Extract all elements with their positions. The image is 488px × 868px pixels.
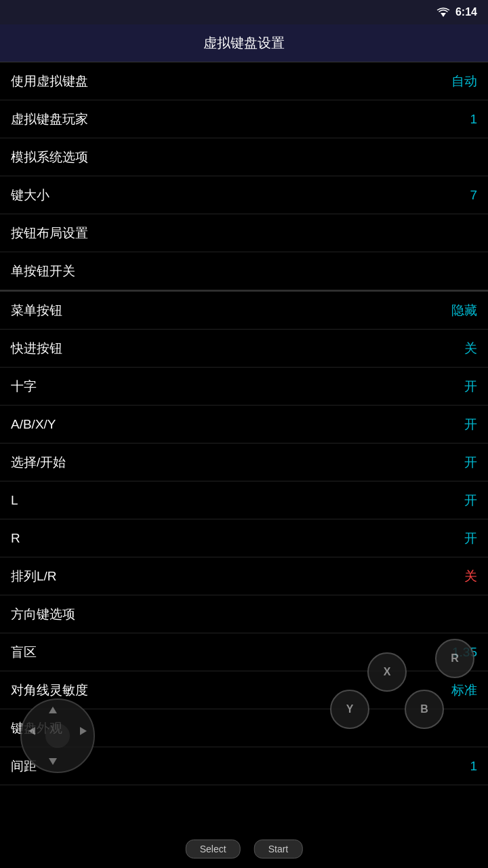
menu-item-single-button-toggle[interactable]: 单按钮开关: [0, 252, 488, 290]
menu-item-label: 使用虚拟键盘: [11, 73, 88, 90]
menu-list: 使用虚拟键盘 自动 虚拟键盘玩家 1 模拟系统选项 键大小 7 按钮布局设置 单…: [0, 62, 488, 785]
menu-item-label: 键大小: [11, 186, 49, 204]
menu-item-label: 选择/开始: [11, 454, 66, 471]
menu-item-button-layout[interactable]: 按钮布局设置: [0, 214, 488, 252]
menu-item-deadzone[interactable]: 盲区 1.35: [0, 633, 488, 671]
menu-item-label: 键盘外观: [11, 719, 62, 737]
status-bar: 6:14: [0, 0, 488, 24]
menu-item-value: 开: [464, 378, 477, 395]
menu-item-value: 自动: [451, 73, 477, 90]
menu-item-label: 虚拟键盘玩家: [11, 111, 88, 128]
menu-item-fast-forward[interactable]: 快进按钮 关: [0, 330, 488, 368]
menu-item-use-virtual-keyboard[interactable]: 使用虚拟键盘 自动: [0, 62, 488, 100]
menu-item-label: 盲区: [11, 644, 37, 661]
menu-item-value: 开: [464, 492, 477, 509]
menu-item-value: 1: [470, 112, 477, 127]
menu-item-abxy[interactable]: A/B/X/Y 开: [0, 406, 488, 443]
menu-item-value: 7: [470, 188, 477, 203]
menu-item-r-button[interactable]: R 开: [0, 519, 488, 557]
menu-item-label: L: [11, 493, 18, 508]
status-time: 6:14: [455, 6, 477, 18]
svg-marker-0: [441, 13, 446, 17]
menu-item-value: 1: [470, 759, 477, 774]
menu-item-value: 标准: [451, 682, 477, 699]
menu-item-value: 关: [464, 340, 477, 357]
menu-item-value: 开: [464, 454, 477, 471]
menu-item-key-size[interactable]: 键大小 7: [0, 176, 488, 214]
menu-item-label: 快进按钮: [11, 340, 62, 357]
menu-item-value: 隐藏: [451, 302, 477, 319]
menu-item-select-start[interactable]: 选择/开始 开: [0, 443, 488, 481]
start-button[interactable]: Start: [254, 840, 303, 859]
menu-item-keyboard-appearance[interactable]: 键盘外观: [0, 709, 488, 747]
menu-item-label: 单按钮开关: [11, 262, 75, 280]
menu-item-label: R: [11, 531, 20, 546]
wifi-icon: [436, 7, 450, 17]
menu-item-label: 方向键选项: [11, 606, 75, 623]
menu-item-label: 排列L/R: [11, 568, 57, 585]
menu-item-diagonal-sensitivity[interactable]: 对角线灵敏度 标准: [0, 671, 488, 709]
menu-item-label: 十字: [11, 378, 37, 395]
page-title: 虚拟键盘设置: [203, 35, 285, 50]
menu-item-menu-button[interactable]: 菜单按钮 隐藏: [0, 292, 488, 330]
select-button[interactable]: Select: [186, 840, 241, 859]
menu-item-value: 开: [464, 530, 477, 547]
menu-item-spacing[interactable]: 间距 1: [0, 747, 488, 785]
menu-item-cross[interactable]: 十字 开: [0, 368, 488, 406]
menu-item-label: 按钮布局设置: [11, 224, 88, 242]
title-bar: 虚拟键盘设置: [0, 24, 488, 62]
menu-item-l-button[interactable]: L 开: [0, 481, 488, 519]
select-start-area: Select Start: [186, 840, 303, 859]
menu-item-value: 关: [464, 568, 477, 585]
menu-item-sort-lr[interactable]: 排列L/R 关: [0, 557, 488, 595]
menu-item-label: 菜单按钮: [11, 302, 62, 319]
menu-item-label: A/B/X/Y: [11, 417, 56, 432]
menu-item-value: 开: [464, 416, 477, 433]
menu-item-label: 模拟系统选项: [11, 149, 88, 166]
menu-item-dpad-options[interactable]: 方向键选项: [0, 595, 488, 633]
menu-item-value: 1.35: [452, 645, 477, 660]
menu-item-emulation-system-options[interactable]: 模拟系统选项: [0, 138, 488, 176]
menu-item-label: 对角线灵敏度: [11, 682, 88, 699]
menu-item-virtual-keyboard-player[interactable]: 虚拟键盘玩家 1: [0, 100, 488, 138]
menu-item-label: 间距: [11, 757, 37, 775]
